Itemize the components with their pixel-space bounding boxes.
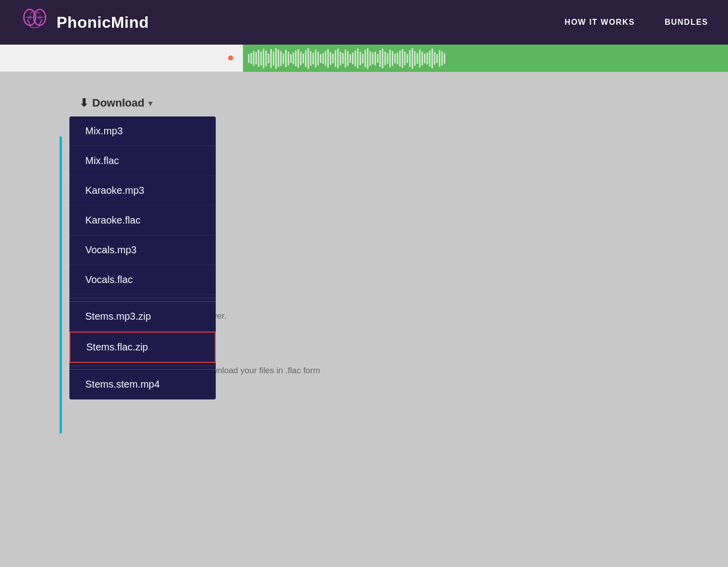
waveform-bar — [258, 50, 259, 67]
dropdown-item-stems-stem-mp4[interactable]: Stems.stem.mp4 — [69, 369, 216, 399]
waveform-bar — [268, 54, 269, 63]
waveform-bar — [352, 53, 354, 64]
dropdown-item-mix-mp3[interactable]: Mix.mp3 — [69, 116, 216, 146]
waveform-bar — [335, 50, 336, 67]
waveform-bar — [278, 50, 279, 67]
waveform-bar — [409, 50, 411, 67]
waveform-bar — [389, 50, 391, 67]
download-label: Download — [92, 97, 144, 110]
nav-bundles[interactable]: BUNDLES — [665, 18, 708, 27]
waveform-bar — [374, 52, 376, 65]
dropdown-item-stems-flac-zip[interactable]: Stems.flac.zip — [69, 332, 216, 363]
logo-area: PhonicMind — [20, 7, 149, 37]
waveform-bar — [330, 52, 331, 65]
waveform-bar — [377, 54, 378, 63]
waveform-bar — [387, 53, 388, 64]
waveform-bar — [355, 51, 356, 66]
waveform-bar — [307, 48, 309, 69]
waveform-bar — [350, 54, 351, 63]
player-bar-left — [0, 45, 243, 72]
waveform-bar — [342, 53, 344, 64]
waveform-bar — [345, 50, 346, 67]
waveform-bar — [429, 51, 430, 66]
waveform-bar — [382, 49, 383, 68]
waveform-bar — [367, 48, 368, 69]
waveform-bar — [253, 51, 254, 66]
waveform-bar — [263, 49, 264, 68]
chevron-down-icon: ▾ — [148, 99, 152, 108]
waveform-bar — [439, 50, 440, 67]
waveform-bar — [283, 53, 284, 64]
main-nav: HOW IT WORKS BUNDLES — [565, 18, 708, 27]
player-bar-right — [243, 45, 728, 72]
waveform-bar — [369, 51, 371, 66]
dropdown-item-vocals-mp3[interactable]: Vocals.mp3 — [69, 235, 216, 265]
waveform-bar — [280, 51, 282, 66]
playback-indicator — [228, 56, 233, 60]
waveform-bar — [317, 52, 319, 65]
teal-accent-bar — [60, 136, 62, 434]
waveform-bar — [372, 53, 373, 64]
waveform-bar — [285, 50, 287, 67]
waveform-bar — [322, 53, 324, 64]
waveform-bar — [295, 51, 297, 66]
waveform-bar — [273, 52, 274, 65]
waveform-bar — [424, 54, 425, 63]
logo-icon — [20, 7, 50, 37]
download-button[interactable]: ⬇ Download ▾ — [79, 97, 152, 110]
waveform-bar — [312, 53, 314, 64]
waveform-bar — [379, 50, 381, 67]
waveform-bar — [414, 51, 416, 66]
waveform-bar — [293, 53, 294, 64]
waveform-bar — [270, 49, 272, 68]
waveform-bar — [422, 52, 423, 65]
waveform-bar — [364, 50, 366, 67]
waveform-bar — [441, 52, 443, 65]
waveform-bar — [357, 49, 359, 68]
waveform-bar — [347, 51, 349, 66]
waveform-bar — [407, 54, 408, 63]
waveform-bar — [248, 54, 249, 63]
dropdown-item-vocals-flac[interactable]: Vocals.flac — [69, 265, 216, 295]
logo-text: PhonicMind — [57, 13, 149, 32]
waveform-bar — [360, 52, 361, 65]
waveform-bar — [303, 54, 304, 63]
waveform-bar — [320, 54, 321, 63]
nav-how-it-works[interactable]: HOW IT WORKS — [565, 18, 635, 27]
waveform-bar — [310, 51, 311, 66]
waveform-bar — [300, 52, 302, 65]
waveform-bar — [298, 49, 299, 68]
waveform-bar — [305, 50, 306, 67]
main-header: PhonicMind HOW IT WORKS BUNDLES — [0, 0, 728, 45]
waveform-bar — [340, 52, 341, 65]
waveform-bar — [397, 53, 398, 64]
waveform-display — [243, 45, 728, 72]
waveform-bar — [419, 50, 421, 67]
dropdown-separator-1 — [69, 298, 216, 298]
waveform-bar — [417, 53, 418, 64]
dropdown-item-mix-flac[interactable]: Mix.flac — [69, 146, 216, 176]
dropdown-item-karaoke-flac[interactable]: Karaoke.flac — [69, 206, 216, 235]
waveform-bar — [260, 52, 262, 65]
player-bar — [0, 45, 728, 72]
waveform-bar — [275, 48, 277, 69]
waveform-bar — [434, 52, 435, 65]
waveform-bar — [384, 52, 386, 65]
waveform-bar — [402, 49, 403, 68]
download-dropdown: Mix.mp3 Mix.flac Karaoke.mp3 Karaoke.fla… — [69, 116, 216, 399]
dropdown-item-stems-mp3-zip[interactable]: Stems.mp3.zip — [69, 301, 216, 332]
dropdown-separator-2 — [69, 366, 216, 366]
download-trigger-area: ⬇ Download ▾ Mix.mp3 Mix.flac Karaoke.mp… — [0, 87, 728, 119]
waveform-bar — [436, 54, 438, 63]
waveform-bar — [290, 54, 292, 63]
content-area: ⬇ Download ▾ Mix.mp3 Mix.flac Karaoke.mp… — [0, 72, 728, 421]
waveform-bar — [325, 51, 326, 66]
waveform-bar — [250, 53, 252, 64]
waveform-bar — [255, 52, 257, 64]
waveform-bar — [332, 54, 334, 63]
dropdown-item-karaoke-mp3[interactable]: Karaoke.mp3 — [69, 176, 216, 206]
waveform-bar — [362, 54, 364, 63]
waveform-bar — [327, 49, 329, 68]
waveform-bar — [392, 51, 393, 66]
waveform-bar — [426, 53, 428, 64]
